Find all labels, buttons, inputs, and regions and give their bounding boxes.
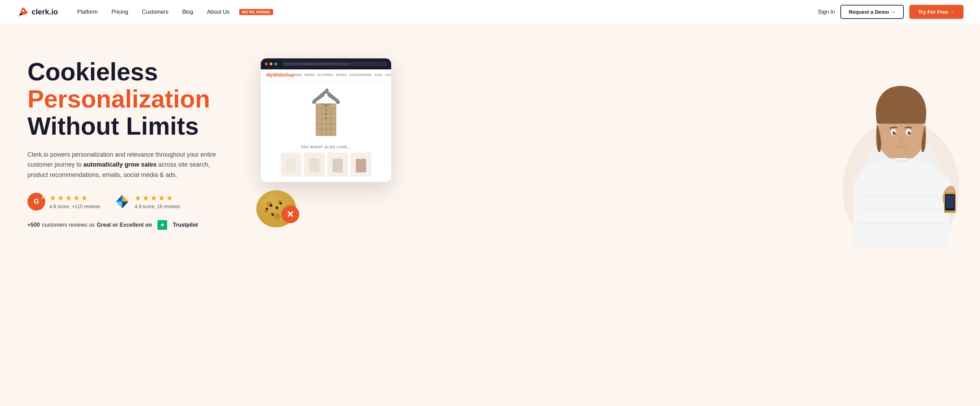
svg-rect-18 bbox=[286, 159, 296, 173]
nav-accessories: ACCESSORIES bbox=[349, 73, 372, 77]
trustpilot-count: +500 bbox=[27, 222, 40, 228]
hero-title-line1: Cookieless bbox=[27, 58, 220, 86]
svg-point-42 bbox=[892, 131, 896, 135]
svg-rect-54 bbox=[946, 195, 954, 208]
nav-customers[interactable]: Customers bbox=[137, 6, 174, 18]
url-bar: TYPE IN YOUR SEARCH HERE OR PRESS CTRL+F bbox=[284, 62, 350, 66]
hiring-badge[interactable]: WE'RE HIRING bbox=[239, 9, 273, 15]
try-for-free-button[interactable]: Try For Free → bbox=[909, 5, 964, 19]
hero-content: Cookieless Personalization Without Limit… bbox=[27, 51, 220, 230]
g2-stars: ★ ★ ★ ★ ★ bbox=[49, 194, 100, 203]
trustpilot-logo: Trustpilot bbox=[173, 222, 198, 228]
logo-icon bbox=[16, 6, 29, 18]
mini-product-2 bbox=[304, 152, 325, 177]
hero-title: Cookieless Personalization Without Limit… bbox=[27, 58, 220, 140]
svg-marker-3 bbox=[116, 201, 122, 208]
nav-platform[interactable]: Platform bbox=[72, 6, 103, 18]
nav-links: Platform Pricing Customers Blog About Us… bbox=[72, 6, 818, 18]
svg-marker-2 bbox=[122, 195, 128, 201]
g2-superscript: 2 bbox=[41, 195, 44, 200]
g2-badge: G2 bbox=[27, 193, 45, 211]
hero-subtitle: Clerk.io powers personalization and rele… bbox=[27, 150, 220, 180]
hero-title-line2: Personalization bbox=[27, 86, 220, 113]
svg-rect-19 bbox=[309, 159, 320, 173]
trustpilot-row: +500 customers reviews us Great or Excel… bbox=[27, 220, 220, 230]
g2-info: ★ ★ ★ ★ ★ 4.8 score, +115 reviews bbox=[49, 194, 100, 209]
trustpilot-star-icon: ★ bbox=[158, 220, 167, 230]
window-dot-yellow bbox=[270, 62, 272, 65]
ratings-row: G2 ★ ★ ★ ★ ★ 4.8 score, +115 reviews bbox=[27, 193, 220, 211]
svg-point-43 bbox=[908, 131, 911, 135]
navigation: clerk.io Platform Pricing Customers Blog… bbox=[0, 0, 980, 24]
svg-marker-4 bbox=[122, 201, 128, 208]
hero-section: Cookieless Personalization Without Limit… bbox=[0, 24, 980, 406]
shop-card: TYPE IN YOUR SEARCH HERE OR PRESS CTRL+F… bbox=[261, 58, 391, 182]
nav-pricing[interactable]: Pricing bbox=[106, 6, 134, 18]
svg-rect-21 bbox=[356, 159, 366, 173]
person-area bbox=[843, 51, 959, 251]
capterra-stars: ★ ★ ★ ★ ★ bbox=[135, 194, 180, 203]
signin-link[interactable]: Sign In bbox=[818, 9, 835, 15]
capterra-rating: ★ ★ ★ ★ ★ 4.9 score, 16 reviews bbox=[114, 193, 180, 210]
subtitle-bold: automatically grow sales bbox=[83, 161, 156, 168]
nav-right: Sign In Request a Demo → Try For Free → bbox=[818, 5, 964, 19]
svg-point-17 bbox=[325, 118, 327, 119]
svg-marker-1 bbox=[116, 195, 122, 201]
svg-point-0 bbox=[22, 10, 24, 11]
capterra-info: ★ ★ ★ ★ ★ 4.9 score, 16 reviews bbox=[135, 194, 180, 209]
shop-card-header: TYPE IN YOUR SEARCH HERE OR PRESS CTRL+F bbox=[261, 58, 391, 69]
trustpilot-text: customers reviews us bbox=[42, 222, 95, 228]
nav-denim: DENIM bbox=[304, 73, 314, 77]
mini-product-3 bbox=[327, 152, 348, 177]
svg-point-45 bbox=[909, 131, 911, 133]
cancel-badge: ✕ bbox=[282, 205, 299, 223]
capterra-icon bbox=[114, 193, 130, 210]
hero-title-line3: Without Limits bbox=[27, 113, 220, 140]
svg-point-28 bbox=[274, 213, 280, 219]
nav-new: NEW bbox=[294, 73, 302, 77]
logo-text: clerk.io bbox=[32, 8, 58, 16]
svg-point-16 bbox=[325, 114, 327, 115]
nav-community: COMMUNITY bbox=[385, 73, 391, 77]
mini-product-1 bbox=[281, 152, 301, 177]
request-demo-button[interactable]: Request a Demo → bbox=[840, 5, 904, 19]
main-product-image bbox=[305, 86, 347, 141]
logo-link[interactable]: clerk.io bbox=[16, 6, 58, 18]
nav-about[interactable]: About Us bbox=[201, 6, 235, 18]
shop-nav: MyWebshop NEW DENIM CLOTHING SHOES ACCES… bbox=[261, 69, 391, 81]
capterra-score: 4.9 score, 16 reviews bbox=[135, 204, 180, 209]
hero-visual: TYPE IN YOUR SEARCH HERE OR PRESS CTRL+F… bbox=[233, 51, 953, 244]
g2-rating: G2 ★ ★ ★ ★ ★ 4.8 score, +115 reviews bbox=[27, 193, 100, 211]
mini-products-row bbox=[281, 152, 371, 177]
shop-brand: MyWebshop bbox=[266, 72, 294, 78]
mini-product-4 bbox=[351, 152, 371, 177]
svg-point-35 bbox=[266, 208, 268, 210]
svg-point-44 bbox=[894, 131, 896, 133]
svg-rect-20 bbox=[332, 159, 343, 173]
nav-sale: SALE bbox=[374, 73, 382, 77]
nav-clothing: CLOTHING bbox=[317, 73, 333, 77]
nav-shoes: SHOES bbox=[336, 73, 347, 77]
trustpilot-quality: Great or Excellent on bbox=[97, 222, 152, 228]
window-dot-green bbox=[275, 62, 277, 65]
shop-product-area: YOU MIGHT ALSO LOVE... bbox=[261, 81, 391, 182]
svg-point-14 bbox=[325, 105, 327, 107]
g2-score: 4.8 score, +115 reviews bbox=[49, 204, 100, 209]
window-dot-red bbox=[265, 62, 268, 65]
also-love-text: YOU MIGHT ALSO LOVE... bbox=[301, 145, 351, 149]
shop-nav-links: NEW DENIM CLOTHING SHOES ACCESSORIES SAL… bbox=[294, 73, 391, 77]
nav-blog[interactable]: Blog bbox=[177, 6, 199, 18]
svg-point-15 bbox=[325, 110, 327, 111]
